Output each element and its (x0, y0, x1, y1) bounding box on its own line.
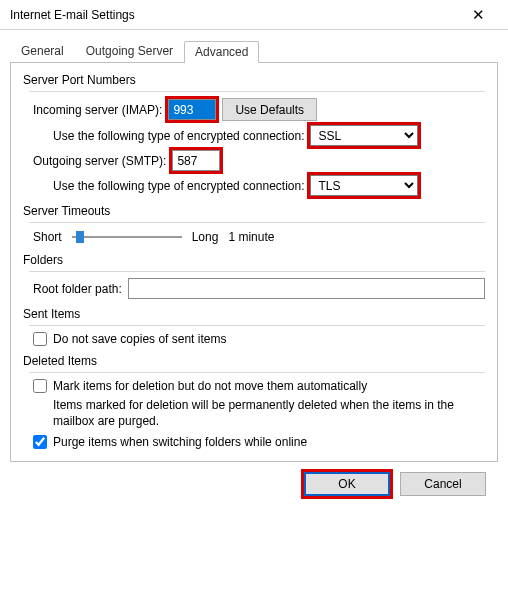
divider (29, 271, 485, 272)
divider (29, 325, 485, 326)
root-folder-label: Root folder path: (33, 282, 122, 296)
incoming-port-input[interactable] (168, 99, 216, 120)
timeout-long-label: Long (192, 230, 219, 244)
cancel-button[interactable]: Cancel (400, 472, 486, 496)
server-ports-legend: Server Port Numbers (23, 73, 485, 87)
root-folder-input[interactable] (128, 278, 485, 299)
dont-save-sent-checkbox[interactable] (33, 332, 47, 346)
server-timeouts-group: Server Timeouts Short Long 1 minute (23, 204, 485, 245)
tab-outgoing-server[interactable]: Outgoing Server (75, 40, 184, 62)
incoming-encryption-label: Use the following type of encrypted conn… (53, 129, 304, 143)
deleted-items-group: Deleted Items Mark items for deletion bu… (23, 354, 485, 449)
dont-save-sent-label: Do not save copies of sent items (53, 332, 226, 346)
incoming-encryption-select[interactable]: SSL (310, 125, 418, 146)
mark-deletion-label: Mark items for deletion but do not move … (53, 379, 367, 393)
purge-label: Purge items when switching folders while… (53, 435, 307, 449)
timeout-short-label: Short (33, 230, 62, 244)
advanced-panel: Server Port Numbers Incoming server (IMA… (10, 63, 498, 462)
titlebar: Internet E-mail Settings ✕ (0, 0, 508, 30)
divider (29, 372, 485, 373)
folders-group: Folders Root folder path: (23, 253, 485, 299)
divider (29, 222, 485, 223)
outgoing-encryption-label: Use the following type of encrypted conn… (53, 179, 304, 193)
tab-advanced[interactable]: Advanced (184, 41, 259, 63)
window-title: Internet E-mail Settings (10, 8, 456, 22)
deletion-note: Items marked for deletion will be perman… (53, 397, 485, 429)
outgoing-encryption-select[interactable]: TLS (310, 175, 418, 196)
deleted-items-legend: Deleted Items (23, 354, 485, 368)
outgoing-port-input[interactable] (172, 150, 220, 171)
incoming-server-label: Incoming server (IMAP): (33, 103, 162, 117)
use-defaults-button[interactable]: Use Defaults (222, 98, 317, 121)
divider (29, 91, 485, 92)
sent-items-group: Sent Items Do not save copies of sent it… (23, 307, 485, 346)
client-area: General Outgoing Server Advanced Server … (0, 30, 508, 496)
timeouts-legend: Server Timeouts (23, 204, 485, 218)
server-port-numbers-group: Server Port Numbers Incoming server (IMA… (23, 73, 485, 196)
tab-strip: General Outgoing Server Advanced (10, 40, 498, 63)
purge-checkbox[interactable] (33, 435, 47, 449)
timeout-value: 1 minute (228, 230, 274, 244)
timeout-slider[interactable] (72, 229, 182, 245)
folders-legend: Folders (23, 253, 485, 267)
close-icon[interactable]: ✕ (456, 1, 500, 29)
tab-general[interactable]: General (10, 40, 75, 62)
dialog-button-bar: OK Cancel (10, 462, 498, 496)
sent-items-legend: Sent Items (23, 307, 485, 321)
ok-button[interactable]: OK (304, 472, 390, 496)
mark-deletion-checkbox[interactable] (33, 379, 47, 393)
outgoing-server-label: Outgoing server (SMTP): (33, 154, 166, 168)
